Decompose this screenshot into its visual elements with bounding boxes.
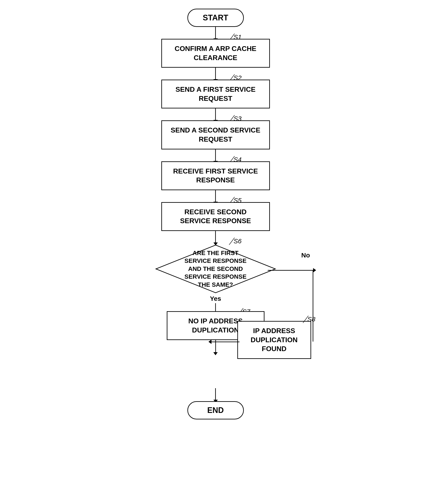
s8-node-wrap: IP ADDRESS DUPLICATION FOUND: [237, 321, 311, 359]
s6-text: ARE THE FIRST SERVICE RESPONSE AND THE S…: [181, 249, 250, 289]
s4-node: RECEIVE FIRST SERVICE RESPONSE: [161, 161, 270, 190]
s3-wrap: SEND A SECOND SERVICE REQUEST: [118, 120, 313, 149]
s2-node: SEND A FIRST SERVICE REQUEST: [161, 80, 270, 108]
flowchart: START ╱S1 CONFIRM A ARP CACHE CLEARANCE …: [118, 9, 313, 419]
s7-arrow-down: [215, 339, 216, 352]
arrow-start-s1: [215, 27, 216, 39]
s6-diamond-wrap: ARE THE FIRST SERVICE RESPONSE AND THE S…: [153, 243, 279, 295]
final-arrow-wrap: [118, 388, 313, 400]
yes-label: Yes: [210, 295, 221, 302]
arrow-to-end: [215, 388, 216, 400]
s6-wrap: ARE THE FIRST SERVICE RESPONSE AND THE S…: [118, 243, 313, 295]
end-label: END: [187, 401, 244, 419]
s8-step-label: ╱S8: [303, 315, 316, 323]
s8-node: IP ADDRESS DUPLICATION FOUND: [237, 321, 311, 359]
s7-arrowhead: [214, 352, 218, 355]
arrow-s4-s5: [215, 190, 216, 202]
no-label: No: [301, 252, 310, 259]
s1-wrap: CONFIRM A ARP CACHE CLEARANCE: [118, 39, 313, 68]
arrow-s5-s6: [215, 231, 216, 243]
branch-area: Yes ╱S7 NO IP ADDRESS DUPLICATION No IP …: [118, 295, 313, 395]
s2-wrap: SEND A FIRST SERVICE REQUEST: [118, 80, 313, 108]
start-node: START: [118, 9, 313, 27]
s6-diamond: ARE THE FIRST SERVICE RESPONSE AND THE S…: [155, 244, 276, 294]
s1-node: CONFIRM A ARP CACHE CLEARANCE: [161, 39, 270, 68]
s5-node: RECEIVE SECOND SERVICE RESPONSE: [161, 202, 270, 231]
no-arrowhead-right: [313, 268, 316, 272]
no-hline: [268, 270, 313, 271]
arrow-s2-s3: [215, 108, 216, 120]
s4-wrap: RECEIVE FIRST SERVICE RESPONSE: [118, 161, 313, 190]
right-vline: [313, 270, 313, 342]
start-label: START: [187, 9, 244, 27]
s8-arrowhead-left: [208, 340, 212, 344]
s5-wrap: RECEIVE SECOND SERVICE RESPONSE: [118, 202, 313, 231]
s3-node: SEND A SECOND SERVICE REQUEST: [161, 120, 270, 149]
arrow-s1-s2: [215, 68, 216, 80]
end-node-wrap: END: [118, 401, 313, 419]
arrow-s3-s4: [215, 149, 216, 161]
